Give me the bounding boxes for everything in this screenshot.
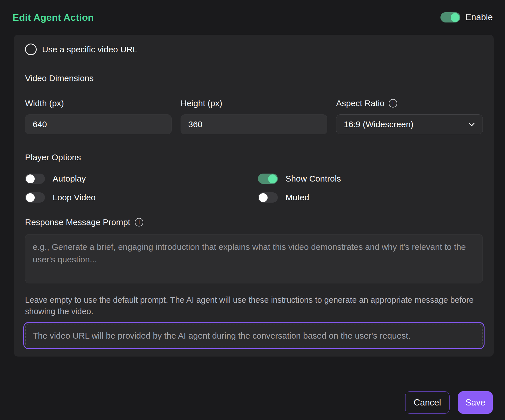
toggle-knob bbox=[26, 193, 35, 202]
modal-footer: Cancel Save bbox=[0, 391, 505, 414]
toggle-knob bbox=[26, 174, 35, 183]
enable-toggle-label: Enable bbox=[465, 12, 493, 22]
prompt-help-text: Leave empty to use the default prompt. T… bbox=[25, 294, 483, 317]
height-label: Height (px) bbox=[181, 98, 327, 108]
height-field-group: Height (px) bbox=[181, 98, 327, 134]
edit-action-form-panel: Use a specific video URL Video Dimension… bbox=[14, 35, 494, 357]
muted-toggle-row: Muted bbox=[258, 192, 483, 203]
save-button[interactable]: Save bbox=[458, 391, 493, 414]
aspect-ratio-select[interactable]: 16:9 (Widescreen) bbox=[336, 114, 483, 134]
height-input[interactable] bbox=[181, 114, 327, 134]
loop-video-toggle-label: Loop Video bbox=[53, 193, 96, 202]
autoplay-toggle-row: Autoplay bbox=[25, 174, 258, 184]
show-controls-toggle[interactable] bbox=[258, 174, 278, 184]
width-input[interactable] bbox=[25, 114, 172, 134]
width-label: Width (px) bbox=[25, 98, 172, 108]
response-prompt-label-row: Response Message Prompt i bbox=[25, 217, 483, 227]
specific-video-url-radio-label: Use a specific video URL bbox=[42, 45, 137, 54]
toggle-knob bbox=[451, 13, 460, 22]
info-icon[interactable]: i bbox=[389, 99, 397, 108]
show-controls-toggle-label: Show Controls bbox=[285, 174, 341, 184]
player-options-grid: Autoplay Show Controls Loop Video Muted bbox=[25, 174, 483, 203]
show-controls-toggle-row: Show Controls bbox=[258, 174, 483, 184]
muted-toggle-label: Muted bbox=[285, 193, 309, 202]
aspect-ratio-selected-value: 16:9 (Widescreen) bbox=[344, 120, 413, 129]
chevron-down-icon bbox=[468, 120, 476, 128]
toggle-knob bbox=[268, 174, 277, 183]
loop-video-toggle[interactable] bbox=[25, 192, 45, 203]
page-title: Edit Agent Action bbox=[13, 12, 94, 23]
autoplay-toggle[interactable] bbox=[25, 174, 45, 184]
aspect-ratio-label: Aspect Ratio bbox=[336, 98, 384, 108]
response-prompt-textarea[interactable] bbox=[25, 234, 483, 283]
modal-header: Edit Agent Action Enable bbox=[0, 0, 505, 35]
enable-toggle[interactable] bbox=[440, 12, 460, 22]
response-prompt-label: Response Message Prompt bbox=[25, 217, 130, 227]
cancel-button[interactable]: Cancel bbox=[405, 391, 450, 414]
video-dimensions-grid: Width (px) Height (px) Aspect Ratio i 16… bbox=[25, 98, 483, 134]
aspect-ratio-field-group: Aspect Ratio i 16:9 (Widescreen) bbox=[336, 98, 483, 134]
info-icon[interactable]: i bbox=[135, 218, 143, 227]
enable-toggle-group: Enable bbox=[440, 12, 493, 22]
specific-video-url-radio[interactable] bbox=[25, 44, 37, 55]
autoplay-toggle-label: Autoplay bbox=[53, 174, 86, 184]
aspect-ratio-label-row: Aspect Ratio i bbox=[336, 98, 483, 108]
video-dimensions-heading: Video Dimensions bbox=[25, 73, 483, 83]
muted-toggle[interactable] bbox=[258, 192, 278, 203]
video-url-input[interactable] bbox=[23, 322, 485, 349]
video-url-radio-row: Use a specific video URL bbox=[25, 44, 483, 55]
toggle-knob bbox=[259, 193, 268, 202]
player-options-heading: Player Options bbox=[25, 153, 483, 162]
loop-video-toggle-row: Loop Video bbox=[25, 192, 258, 203]
width-field-group: Width (px) bbox=[25, 98, 172, 134]
